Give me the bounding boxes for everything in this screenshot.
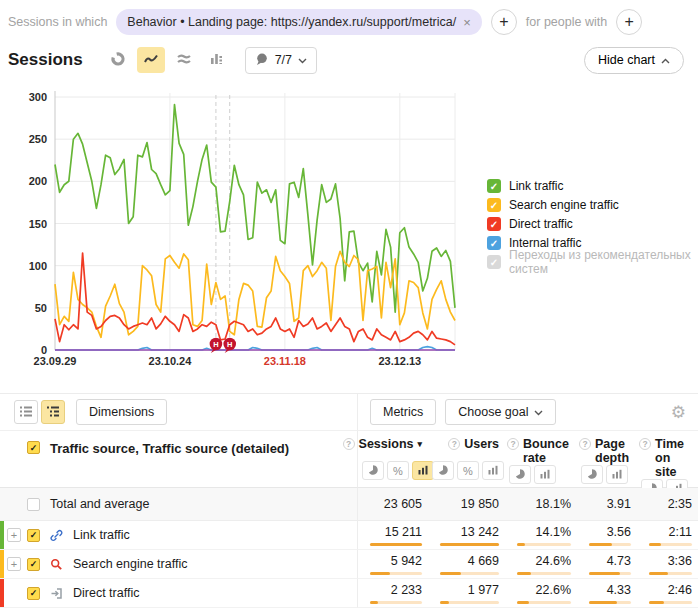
row-checkbox[interactable]: ✓ [27, 558, 40, 571]
gear-icon[interactable]: ⚙ [671, 404, 686, 421]
columns-chart-icon [209, 51, 225, 70]
chart-type-pie-button[interactable] [104, 47, 132, 73]
metric-value: 1 977 [468, 583, 499, 597]
column-header-label-time-on-site[interactable]: ?Time on site [639, 437, 692, 479]
help-icon[interactable]: ? [579, 438, 591, 450]
percent-display-button[interactable]: % [457, 461, 479, 480]
select-all-checkbox[interactable]: ✓ [27, 441, 40, 454]
metric-cell: 3.91 [577, 488, 637, 521]
row-label: Link traffic [73, 528, 130, 542]
add-people-condition-button[interactable]: + [616, 9, 642, 35]
column-header-label-page-depth[interactable]: ?Page depth [579, 437, 631, 465]
pie-display-button[interactable] [581, 465, 603, 484]
pie-display-button[interactable] [509, 465, 531, 484]
metric-bar-track [440, 572, 499, 575]
help-icon[interactable]: ? [507, 438, 519, 450]
add-session-condition-button[interactable]: + [491, 9, 517, 35]
help-icon[interactable]: ? [343, 438, 355, 450]
help-icon[interactable]: ? [448, 438, 460, 450]
row-color-strip [0, 579, 4, 607]
table-row-label-2[interactable]: +✓Link traffic [0, 521, 358, 550]
remove-filter-icon[interactable]: × [463, 16, 471, 29]
flat-list-view-button[interactable] [14, 400, 38, 424]
table-row-label-3[interactable]: +✓Search engine traffic [0, 550, 358, 579]
legend-checkbox-icon[interactable]: ✓ [487, 255, 501, 269]
metric-bar-fill [649, 543, 661, 546]
metric-value: 3.91 [607, 497, 631, 511]
pie-display-button[interactable] [432, 461, 454, 480]
svg-text:50: 50 [35, 302, 47, 314]
legend-item-1[interactable]: ✓Link traffic [487, 179, 698, 193]
bars-icon [487, 464, 499, 478]
expand-row-button[interactable]: + [7, 557, 21, 571]
bars-display-button[interactable] [534, 465, 556, 484]
filter-chip-landing-page[interactable]: Behavior • Landing page: https://yandex.… [116, 9, 481, 35]
legend-item-3[interactable]: ✓Direct traffic [487, 217, 698, 231]
expand-row-button[interactable]: + [7, 528, 21, 542]
pie-icon [367, 464, 379, 478]
table-row-label-4[interactable]: ✓Direct traffic [0, 579, 358, 608]
annotations-dropdown[interactable]: 7/7 [245, 47, 317, 74]
hide-chart-label: Hide chart [598, 53, 655, 67]
help-icon[interactable]: ? [639, 438, 651, 450]
chart-type-columns-button[interactable] [203, 47, 231, 73]
svg-text:300: 300 [29, 91, 47, 103]
for-people-with-label: for people with [526, 15, 607, 29]
svg-text:23.09.29: 23.09.29 [34, 355, 77, 367]
row-checkbox[interactable]: ✓ [27, 529, 40, 542]
percent-display-button[interactable]: % [387, 461, 409, 480]
bars-display-button[interactable] [606, 465, 628, 484]
metric-value: 23 605 [384, 497, 422, 511]
dimension-title: Traffic source, Traffic source (detailed… [50, 441, 289, 456]
link-traffic-icon [50, 529, 63, 542]
bars-icon [611, 468, 623, 482]
metric-bar-fill [517, 543, 525, 546]
legend-item-5[interactable]: ✓Переходы из рекомендательных систем [487, 255, 698, 269]
metric-cell: 23 605 [358, 488, 428, 521]
chart-type-line-button[interactable] [137, 47, 165, 73]
metrics-toolbar: Metrics Choose goal ⚙ [358, 394, 698, 431]
svg-text:100: 100 [29, 260, 47, 272]
metric-value: 4 669 [468, 554, 499, 568]
metric-bar-fill [517, 572, 531, 575]
table-view-toolbar: Dimensions [0, 394, 358, 431]
row-checkbox[interactable] [27, 498, 40, 511]
dimensions-button[interactable]: Dimensions [76, 399, 167, 425]
metric-bar-track [649, 601, 692, 604]
metric-cell: 13 242 [428, 521, 505, 550]
table-row-label-1[interactable]: Total and average [0, 488, 358, 521]
metric-value: 3.56 [607, 525, 631, 539]
metric-bar-fill [370, 572, 390, 575]
svg-text:250: 250 [29, 133, 47, 145]
legend-item-2[interactable]: ✓Search engine traffic [487, 198, 698, 212]
pie-display-button[interactable] [362, 461, 384, 480]
metric-value: 18.1% [536, 497, 571, 511]
metric-bar-fill [649, 572, 668, 575]
row-label: Search engine traffic [73, 557, 187, 571]
bars-display-button[interactable] [482, 461, 504, 480]
metric-bar-track [589, 572, 631, 575]
column-header-label-sessions[interactable]: ?Sessions▾ [343, 437, 422, 451]
sort-desc-icon: ▾ [417, 439, 422, 451]
legend-checkbox-icon[interactable]: ✓ [487, 198, 501, 212]
tree-view-button[interactable] [41, 400, 65, 424]
chart-type-stacked-button[interactable] [170, 47, 198, 73]
svg-text:H: H [213, 340, 218, 349]
metrics-button[interactable]: Metrics [370, 399, 436, 425]
row-checkbox[interactable]: ✓ [27, 587, 40, 600]
legend-checkbox-icon[interactable]: ✓ [487, 217, 501, 231]
legend-checkbox-icon[interactable]: ✓ [487, 236, 501, 250]
sessions-line-chart[interactable]: 05010015020025030023.09.2923.10.2423.11.… [6, 82, 464, 374]
pie-icon [514, 468, 526, 482]
hide-chart-button[interactable]: Hide chart [584, 47, 684, 74]
column-header-label-users[interactable]: ?Users [448, 437, 499, 451]
direct-traffic-icon [50, 587, 63, 600]
metric-bar-track [370, 572, 422, 575]
choose-goal-dropdown[interactable]: Choose goal [445, 399, 556, 425]
column-header-label-bounce-rate[interactable]: ?Bounce rate [507, 437, 571, 465]
svg-text:H: H [227, 340, 232, 349]
metric-value: 2:35 [668, 497, 692, 511]
column-header-sessions: ?Sessions▾% [358, 431, 428, 488]
metric-cell: 5 942 [358, 550, 428, 579]
legend-checkbox-icon[interactable]: ✓ [487, 179, 501, 193]
